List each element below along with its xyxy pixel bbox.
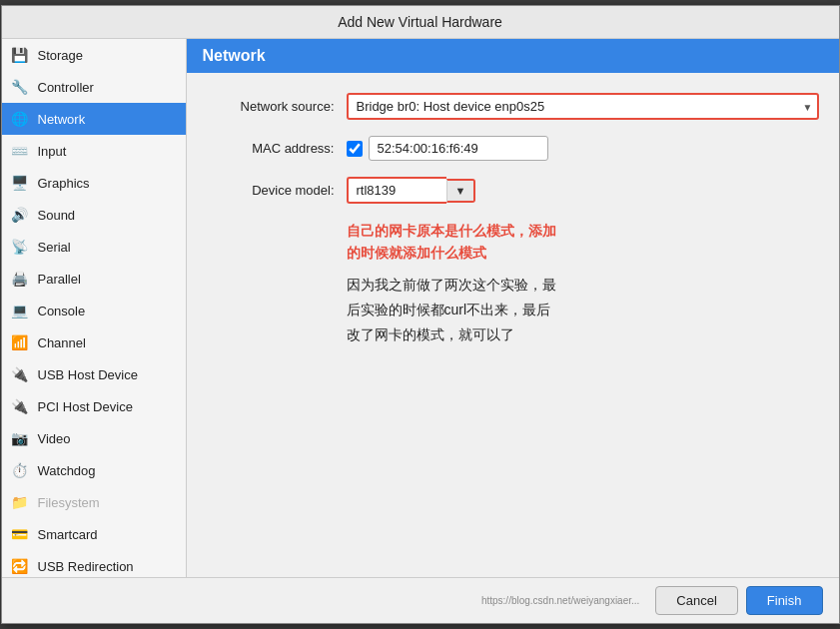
sidebar-label-usb-host: USB Host Device: [38, 367, 138, 382]
sidebar-label-filesystem: Filesystem: [38, 495, 100, 510]
sidebar-item-sound[interactable]: 🔊Sound: [2, 199, 186, 231]
sidebar-item-controller[interactable]: 🔧Controller: [2, 71, 186, 103]
sidebar-icon-usb-redir: 🔁: [10, 556, 30, 576]
dialog-title: Add New Virtual Hardware: [2, 6, 839, 39]
sidebar-label-video: Video: [38, 431, 71, 446]
sidebar-icon-watchdog: ⏱️: [10, 460, 30, 480]
sidebar-item-pci-host[interactable]: 🔌PCI Host Device: [2, 390, 186, 422]
sidebar-label-console: Console: [38, 304, 86, 318]
sidebar-label-pci-host: PCI Host Device: [38, 399, 133, 414]
sidebar-icon-usb-host: 🔌: [10, 364, 30, 384]
sidebar-item-input[interactable]: ⌨️Input: [2, 135, 186, 167]
sidebar-icon-channel: 📶: [10, 332, 30, 352]
section-header: Network: [187, 39, 839, 73]
network-source-control: Bridge br0: Host device enp0s25 ▼: [347, 93, 819, 120]
dialog-footer: https://blog.csdn.net/weiyangxiaer... Ca…: [2, 577, 839, 623]
device-model-control: ▼: [347, 177, 819, 204]
cancel-button[interactable]: Cancel: [655, 586, 737, 615]
sidebar-label-parallel: Parallel: [38, 272, 81, 287]
sidebar-label-sound: Sound: [38, 208, 76, 223]
sidebar-label-smartcard: Smartcard: [38, 527, 98, 542]
sidebar-icon-serial: 📡: [10, 237, 30, 257]
sidebar-item-usb-host[interactable]: 🔌USB Host Device: [2, 358, 186, 390]
device-model-input[interactable]: [347, 177, 446, 204]
sidebar-item-console[interactable]: 💻Console: [2, 295, 186, 326]
sidebar-icon-smartcard: 💳: [10, 524, 30, 544]
device-model-wrapper: ▼: [347, 177, 476, 204]
sidebar-icon-network: 🌐: [10, 109, 30, 129]
sidebar-label-input: Input: [38, 144, 67, 159]
sidebar-icon-input: ⌨️: [10, 141, 30, 161]
sidebar-icon-video: 📷: [10, 428, 30, 448]
sidebar-icon-graphics: 🖥️: [10, 173, 30, 193]
sidebar-label-serial: Serial: [38, 240, 71, 255]
sidebar-label-network: Network: [38, 112, 86, 127]
sidebar-item-serial[interactable]: 📡Serial: [2, 231, 186, 263]
sidebar-icon-console: 💻: [10, 301, 30, 320]
add-hardware-dialog: Add New Virtual Hardware 💾Storage🔧Contro…: [1, 5, 840, 624]
sidebar-label-graphics: Graphics: [38, 176, 90, 191]
network-source-wrapper: Bridge br0: Host device enp0s25 ▼: [347, 93, 819, 120]
sidebar-icon-sound: 🔊: [10, 205, 30, 225]
sidebar-item-channel[interactable]: 📶Channel: [2, 326, 186, 358]
sidebar-label-watchdog: Watchdog: [38, 463, 96, 478]
network-source-row: Network source: Bridge br0: Host device …: [207, 93, 819, 120]
sidebar-icon-parallel: 🖨️: [10, 269, 30, 289]
device-model-row: Device model: ▼: [207, 177, 819, 204]
mac-checkbox[interactable]: [347, 141, 363, 157]
sidebar-item-video[interactable]: 📷Video: [2, 422, 186, 454]
sidebar-label-controller: Controller: [38, 80, 94, 95]
sidebar-icon-storage: 💾: [10, 45, 30, 65]
sidebar-icon-filesystem: 📁: [10, 492, 30, 512]
sidebar-icon-controller: 🔧: [10, 77, 30, 97]
dialog-body: 💾Storage🔧Controller🌐Network⌨️Input🖥️Grap…: [2, 39, 839, 577]
sidebar-item-graphics[interactable]: 🖥️Graphics: [2, 167, 186, 199]
network-source-label: Network source:: [207, 99, 347, 114]
sidebar-label-storage: Storage: [38, 48, 84, 63]
mac-control: [347, 136, 819, 161]
annotation-black-text: 因为我之前做了两次这个实验，最后实验的时候都curl不出来，最后改了网卡的模式，…: [347, 273, 819, 348]
footer-url: https://blog.csdn.net/weiyangxiaer...: [18, 595, 640, 606]
mac-input[interactable]: [369, 136, 548, 161]
annotation-section: 自己的网卡原本是什么模式，添加的时候就添加什么模式 因为我之前做了两次这个实验，…: [347, 220, 819, 347]
mac-label: MAC address:: [207, 141, 347, 156]
sidebar-icon-pci-host: 🔌: [10, 396, 30, 416]
sidebar-item-watchdog[interactable]: ⏱️Watchdog: [2, 454, 186, 486]
sidebar-item-smartcard[interactable]: 💳Smartcard: [2, 518, 186, 550]
sidebar-label-channel: Channel: [38, 335, 86, 350]
sidebar-item-filesystem: 📁Filesystem: [2, 486, 186, 518]
main-form: Network source: Bridge br0: Host device …: [187, 73, 839, 577]
sidebar-item-usb-redir[interactable]: 🔁USB Redirection: [2, 550, 186, 577]
sidebar-item-parallel[interactable]: 🖨️Parallel: [2, 263, 186, 295]
sidebar-item-network[interactable]: 🌐Network: [2, 103, 186, 135]
device-model-label: Device model:: [207, 183, 347, 198]
sidebar-item-storage[interactable]: 💾Storage: [2, 39, 186, 71]
mac-address-row: MAC address:: [207, 136, 819, 161]
annotation-red-text: 自己的网卡原本是什么模式，添加的时候就添加什么模式: [347, 220, 819, 265]
network-source-select[interactable]: Bridge br0: Host device enp0s25: [347, 93, 819, 120]
device-model-dropdown-btn[interactable]: ▼: [446, 179, 476, 203]
main-content: Network Network source: Bridge br0: Host…: [187, 39, 839, 577]
sidebar-label-usb-redir: USB Redirection: [38, 559, 134, 574]
finish-button[interactable]: Finish: [746, 586, 823, 615]
sidebar: 💾Storage🔧Controller🌐Network⌨️Input🖥️Grap…: [2, 39, 187, 577]
